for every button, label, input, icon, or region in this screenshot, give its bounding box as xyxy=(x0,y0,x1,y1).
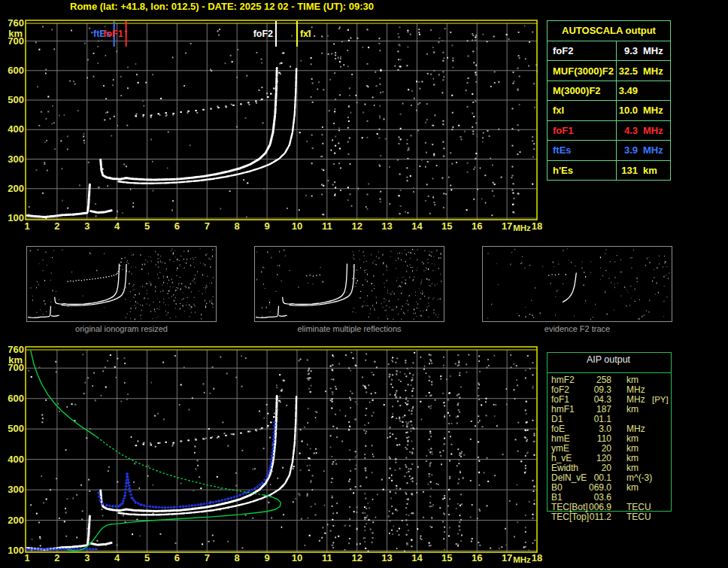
autoscala-output-table: AUTOSCALA output foF29.3MHzMUF(3000)F232… xyxy=(547,20,671,181)
x-axis-unit: MHz xyxy=(513,223,531,232)
autoscala-value-unit: MHz xyxy=(643,45,666,56)
x-tick-label: 10 xyxy=(292,552,302,563)
x-tick-label: 12 xyxy=(351,220,362,232)
x-tick-label: 1 xyxy=(24,220,29,232)
thumbnail-original-ionogram xyxy=(26,246,217,322)
y-tick-label: 300 xyxy=(8,153,24,165)
autoscala-value-unit: MHz xyxy=(643,125,666,136)
autoscala-parameter: foF2 xyxy=(548,41,617,60)
y-tick-label: 760 xyxy=(8,17,24,29)
autoscala-row: M(3000)F23.49 xyxy=(548,80,670,100)
x-tick-label: 15 xyxy=(441,220,452,232)
marker-label-fxI: fxI xyxy=(300,29,311,39)
autoscala-row: foF29.3MHz xyxy=(548,41,670,60)
autoscala-value-unit: MHz xyxy=(643,144,666,156)
x-tick-label: 7 xyxy=(205,220,210,232)
y-tick-label: 100 xyxy=(8,212,24,223)
x-tick-label: 17 xyxy=(502,552,512,563)
x-tick-label: 4 xyxy=(114,220,120,232)
autoscala-value: 4.3MHz xyxy=(617,121,670,140)
autoscala-value: 3.9MHz xyxy=(617,141,670,159)
x-tick-label: 7 xyxy=(205,552,210,563)
autoscala-value-unit: MHz xyxy=(643,105,666,116)
y-tick-label: 100 xyxy=(8,545,24,556)
autoscala-parameter: MUF(3000)F2 xyxy=(548,61,617,80)
aip-extra: [PY] xyxy=(652,395,669,405)
aip-unit: km xyxy=(626,483,639,493)
x-tick-label: 4 xyxy=(114,552,120,563)
autoscala-value: 32.5MHz xyxy=(617,61,670,80)
thumbnail-caption: eliminate multiple reflections xyxy=(254,324,444,333)
marker-label-foF2: foF2 xyxy=(253,29,273,39)
autoscala-row: MUF(3000)F232.5MHz xyxy=(548,60,670,80)
x-tick-label: 5 xyxy=(144,220,150,232)
autoscala-row: h'Es131km xyxy=(548,160,670,180)
autoscala-value-number: 3.49 xyxy=(619,85,638,96)
autoscala-value-unit: km xyxy=(643,165,666,176)
x-tick-label: 9 xyxy=(264,552,269,563)
x-tick-label: 2 xyxy=(54,552,59,563)
y-tick-label: 500 xyxy=(8,423,24,434)
autoscala-value-number: 3.9 xyxy=(624,144,638,156)
x-tick-label: 13 xyxy=(381,552,392,563)
x-tick-label: 16 xyxy=(472,220,482,232)
aip-rows: hmF2258kmfoF209.3MHzfoF104.3MHz[PY]hmF11… xyxy=(547,375,671,522)
thumbnail-caption: original ionogram resized xyxy=(26,324,217,333)
autoscala-row: foF14.3MHz xyxy=(548,120,670,140)
autoscala-parameter: foF1 xyxy=(548,121,617,140)
autoscala-value-number: 32.5 xyxy=(619,65,638,77)
x-tick-label: 6 xyxy=(174,552,180,563)
autoscala-row: ftEs3.9MHz xyxy=(548,140,670,159)
autoscala-value-number: 131 xyxy=(621,165,638,176)
x-tick-label: 10 xyxy=(292,220,302,232)
x-tick-label: 16 xyxy=(472,552,482,563)
y-tick-label: 600 xyxy=(8,393,24,404)
ionogram-top: 760700600500400300200100km12345678910111… xyxy=(8,17,542,232)
x-tick-label: 18 xyxy=(532,220,542,232)
y-tick-label: 400 xyxy=(8,123,24,135)
x-tick-label: 3 xyxy=(84,220,89,232)
aip-unit: km xyxy=(626,405,639,415)
x-tick-label: 11 xyxy=(322,220,332,232)
aip-table-header: AIP output xyxy=(547,354,670,365)
x-tick-label: 15 xyxy=(441,552,452,563)
thumbnail-eliminate-reflections xyxy=(254,246,444,322)
thumbnail-caption: evidence F2 trace xyxy=(482,324,672,333)
aip-row: TEC[Top]011.2TECU xyxy=(547,512,671,522)
x-tick-label: 14 xyxy=(411,552,423,563)
y-tick-label: 500 xyxy=(8,94,24,105)
autoscala-row: fxI10.0MHz xyxy=(548,100,670,120)
marker-label-foF1: foF1 xyxy=(103,29,123,39)
y-tick-label: 200 xyxy=(8,515,24,526)
autoscala-value: 9.3MHz xyxy=(617,41,670,60)
aip-unit: TECU xyxy=(626,512,651,522)
autoscala-parameter: M(3000)F2 xyxy=(548,81,617,100)
aip-header-divider xyxy=(547,372,671,373)
autoscala-value: 3.49 xyxy=(617,81,670,100)
thumbnail-evidence-f2-trace xyxy=(482,246,672,322)
x-tick-label: 9 xyxy=(264,220,269,232)
autoscala-value-number: 4.3 xyxy=(624,125,638,136)
x-tick-label: 11 xyxy=(322,552,332,563)
y-tick-label: 400 xyxy=(8,454,24,465)
y-axis-unit: km xyxy=(8,28,23,39)
autoscala-parameter: h'Es xyxy=(548,161,617,180)
x-axis-unit: MHz xyxy=(513,555,531,564)
x-tick-label: 1 xyxy=(24,552,29,563)
autoscala-value-unit: MHz xyxy=(643,65,666,77)
x-tick-label: 3 xyxy=(84,552,89,563)
y-tick-label: 200 xyxy=(8,183,24,194)
autoscala-value-number: 9.3 xyxy=(624,45,638,56)
x-tick-label: 13 xyxy=(381,220,392,232)
x-tick-label: 18 xyxy=(532,552,542,563)
autoscala-parameter: fxI xyxy=(548,101,617,120)
y-axis-unit: km xyxy=(8,354,23,366)
x-tick-label: 12 xyxy=(351,552,362,563)
x-tick-label: 5 xyxy=(144,552,150,563)
x-tick-label: 2 xyxy=(54,220,59,232)
autoscala-value: 131km xyxy=(617,161,670,180)
x-tick-label: 8 xyxy=(235,220,240,232)
x-tick-label: 8 xyxy=(235,552,240,563)
autoscala-table-header: AUTOSCALA output xyxy=(548,21,670,41)
ionogram-bottom: 760700600500400300200100km12345678910111… xyxy=(8,344,542,564)
